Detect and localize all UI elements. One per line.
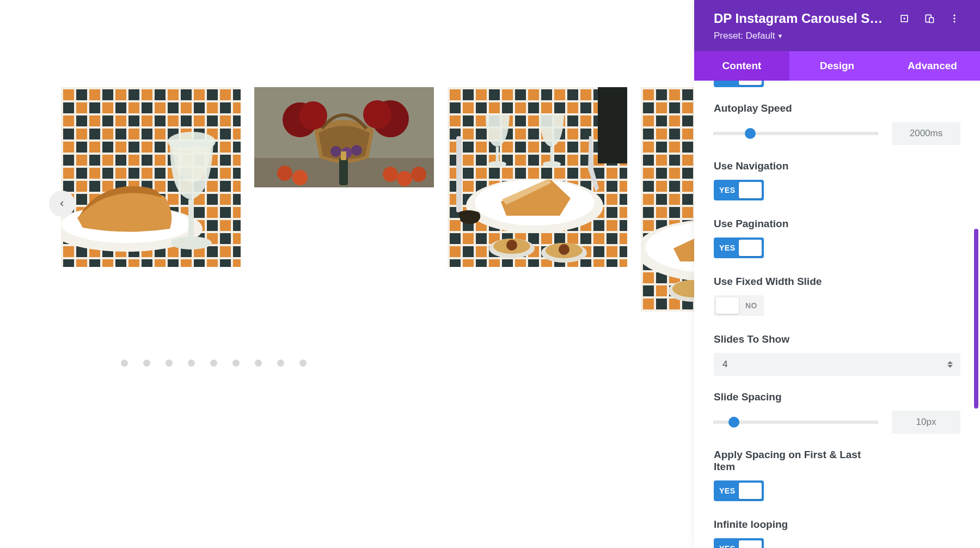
- svg-point-19: [277, 166, 292, 181]
- toggle-label: YES: [719, 544, 736, 548]
- preview-canvas: [0, 0, 694, 548]
- carousel-dot[interactable]: [210, 360, 217, 367]
- scrollbar-thumb[interactable]: [974, 229, 978, 409]
- toggle-use-pagination[interactable]: YES: [714, 238, 764, 258]
- label-autoplay-speed: Autoplay Speed: [714, 102, 960, 114]
- label-slide-spacing: Slide Spacing: [714, 391, 960, 403]
- svg-rect-30: [598, 87, 627, 163]
- more-icon[interactable]: [948, 13, 960, 25]
- toggle-label: YES: [719, 243, 736, 252]
- preset-dropdown[interactable]: Preset: Default ▼: [714, 31, 783, 41]
- label-infinite-looping: Infinite looping: [714, 519, 960, 531]
- svg-rect-11: [188, 199, 194, 240]
- toggle-handle: [739, 240, 762, 256]
- carousel-dot[interactable]: [299, 360, 307, 367]
- svg-point-40: [506, 240, 517, 251]
- output-autoplay-speed[interactable]: 2000ms: [892, 122, 960, 145]
- toggle-use-fixed-width[interactable]: NO: [714, 295, 764, 316]
- svg-point-60: [953, 21, 955, 22]
- toggle-handle: [739, 540, 762, 548]
- svg-point-34: [488, 161, 506, 167]
- label-apply-spacing-first-last: Apply Spacing on First & Last Item: [714, 449, 866, 473]
- label-use-fixed-width: Use Fixed Width Slide: [714, 276, 960, 288]
- svg-rect-57: [929, 17, 934, 22]
- svg-point-24: [330, 146, 341, 157]
- settings-header: DP Instagram Carousel Sett... Preset: De…: [694, 0, 980, 51]
- svg-point-20: [292, 170, 308, 185]
- expand-icon[interactable]: [898, 13, 910, 25]
- svg-point-55: [903, 17, 905, 19]
- toggle-infinite-looping[interactable]: YES: [714, 538, 764, 548]
- carousel-dot[interactable]: [143, 360, 150, 367]
- toggle-handle: [739, 182, 762, 198]
- svg-point-18: [363, 100, 391, 129]
- carousel-dot[interactable]: [188, 360, 195, 367]
- svg-point-21: [383, 167, 398, 182]
- carousel-dot[interactable]: [166, 360, 173, 367]
- svg-point-59: [953, 17, 955, 19]
- settings-title: DP Instagram Carousel Sett...: [714, 11, 885, 26]
- toggle-autoplay-partial[interactable]: [714, 81, 764, 87]
- toggle-label: YES: [719, 186, 736, 194]
- toggle-label: YES: [719, 486, 736, 495]
- select-slides-to-show[interactable]: 4: [714, 353, 960, 376]
- svg-rect-31: [550, 147, 554, 163]
- slider-thumb[interactable]: [745, 128, 756, 139]
- tab-advanced[interactable]: Advanced: [885, 51, 980, 81]
- carousel-slide[interactable]: [254, 87, 434, 187]
- svg-rect-33: [496, 147, 499, 163]
- svg-rect-28: [341, 151, 346, 160]
- svg-point-26: [351, 145, 362, 156]
- preset-label-text: Preset: Default: [714, 31, 775, 41]
- svg-rect-35: [456, 136, 462, 212]
- output-slide-spacing[interactable]: 10px: [892, 411, 960, 434]
- carousel-pagination: [0, 360, 427, 367]
- toggle-use-navigation[interactable]: YES: [714, 180, 764, 200]
- carousel-dot[interactable]: [232, 360, 240, 367]
- slider-thumb[interactable]: [728, 417, 739, 428]
- carousel-dot[interactable]: [121, 360, 128, 367]
- svg-point-12: [170, 236, 212, 249]
- slider-slide-spacing[interactable]: [714, 421, 878, 424]
- label-use-navigation: Use Navigation: [714, 160, 960, 172]
- svg-point-58: [953, 15, 955, 16]
- settings-body: Autoplay Speed 2000ms Use Navigation YES…: [694, 81, 980, 548]
- carousel-prev-button[interactable]: [49, 191, 75, 217]
- settings-panel: DP Instagram Carousel Sett... Preset: De…: [694, 0, 980, 548]
- label-slides-to-show: Slides To Show: [714, 333, 960, 345]
- carousel-dot[interactable]: [255, 360, 262, 367]
- toggle-handle: [739, 483, 762, 499]
- settings-tabbar: Content Design Advanced: [694, 51, 980, 81]
- carousel-slide[interactable]: [61, 87, 241, 267]
- svg-point-16: [299, 101, 327, 130]
- toggle-apply-spacing-first-last[interactable]: YES: [714, 480, 764, 501]
- tab-content[interactable]: Content: [694, 51, 789, 81]
- caret-down-icon: ▼: [777, 33, 783, 39]
- toggle-handle: [716, 297, 739, 314]
- carousel-slide[interactable]: [448, 87, 627, 267]
- svg-rect-27: [339, 158, 348, 185]
- svg-point-22: [397, 171, 412, 186]
- slider-autoplay-speed[interactable]: [714, 132, 878, 135]
- svg-point-43: [559, 244, 569, 255]
- svg-point-32: [543, 161, 561, 167]
- carousel: [0, 87, 694, 312]
- svg-point-23: [411, 167, 426, 182]
- toggle-label: NO: [745, 301, 757, 310]
- select-caret-icon: [947, 361, 953, 368]
- carousel-slide[interactable]: [641, 87, 694, 312]
- label-use-pagination: Use Pagination: [714, 218, 960, 230]
- carousel-dot[interactable]: [277, 360, 284, 367]
- tab-design[interactable]: Design: [789, 51, 885, 81]
- select-value: 4: [722, 359, 727, 370]
- responsive-icon[interactable]: [923, 13, 935, 25]
